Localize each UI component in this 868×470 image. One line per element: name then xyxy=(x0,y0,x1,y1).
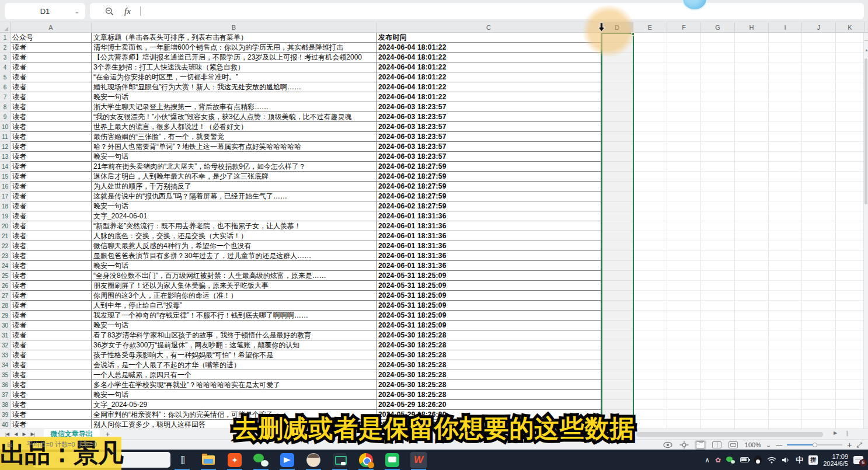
empty-cells[interactable] xyxy=(601,400,864,410)
cell-time[interactable]: 2024-06-03 18:23:57 xyxy=(377,102,601,112)
formula-input[interactable]: fx xyxy=(90,3,864,19)
cell-publisher[interactable]: 读者 xyxy=(11,92,92,102)
cell-publisher[interactable]: 读者 xyxy=(11,251,92,261)
cell-publisher[interactable]: 读者 xyxy=(11,271,92,281)
taskbar-app-green-docs[interactable] xyxy=(384,452,400,468)
horizontal-scroll-thumb[interactable] xyxy=(636,432,823,437)
cell-title[interactable]: 为人处世的顺序，千万别搞反了 xyxy=(92,182,377,192)
row-header-3[interactable]: 3 xyxy=(0,53,11,62)
row-header-13[interactable]: 13 xyxy=(0,152,11,162)
cell-publisher[interactable]: 读者 xyxy=(11,420,92,429)
scroll-split-icon[interactable]: — xyxy=(864,37,868,43)
column-header-J[interactable]: J xyxy=(802,22,836,33)
cell-time[interactable]: 2024-05-30 18:25:28 xyxy=(377,350,601,360)
row-header-2[interactable]: 2 xyxy=(0,43,11,53)
cell-title[interactable]: “我的女友很漂亮！”小伙“爆改”毁容女孩，获3亿人点赞：顶级美貌，比不过有趣灵魂 xyxy=(92,112,377,122)
empty-cells[interactable] xyxy=(601,291,864,301)
cell-time[interactable]: 2024-06-01 18:31:36 xyxy=(377,231,601,241)
empty-cells[interactable] xyxy=(601,350,864,360)
row-header-4[interactable]: 4 xyxy=(0,62,11,72)
cell-time[interactable]: 2024-06-03 18:23:57 xyxy=(377,122,601,132)
cell-title[interactable]: 朋友圈刷屏了！还以为家人集体受骗，原来关乎吃饭大事 xyxy=(92,281,377,291)
cell-title[interactable]: 显眼包爸爸表演节目有多拼？30年过去了，过儿童节的还是这群人…… xyxy=(92,251,377,261)
cell-publisher[interactable]: 读者 xyxy=(11,182,92,192)
empty-cells[interactable] xyxy=(601,172,864,182)
quick-calc-icon[interactable]: ▤ xyxy=(7,441,12,448)
row-header-14[interactable]: 14 xyxy=(0,162,11,172)
cell-time[interactable]: 2024-06-01 18:31:36 xyxy=(377,241,601,251)
cell-title[interactable]: 全网审判的“相亲资料”：你以为的完美情侣，可能是个骗子 xyxy=(92,410,377,420)
row-header-22[interactable]: 22 xyxy=(0,241,11,251)
empty-cells[interactable] xyxy=(601,152,864,162)
cell-time[interactable]: 2024-05-30 18:25:28 xyxy=(377,370,601,380)
cell-time[interactable]: 2024-05-31 18:25:09 xyxy=(377,291,601,301)
cell-publisher[interactable]: 读者 xyxy=(11,162,92,172)
cell-time[interactable]: 2024-06-03 18:23:57 xyxy=(377,142,601,152)
row-header-24[interactable]: 24 xyxy=(0,261,11,271)
cell-title[interactable]: 晚安一句话 xyxy=(92,390,377,400)
cell-title[interactable]: 我发现了一个神奇的“存钱定律”！不服不行！钱到底去哪了啊啊啊…… xyxy=(92,311,377,321)
empty-cells[interactable] xyxy=(601,261,864,271)
row-header-21[interactable]: 21 xyxy=(0,231,11,241)
empty-cells[interactable] xyxy=(601,162,864,172)
cell-time[interactable]: 2024-06-04 18:01:22 xyxy=(377,53,601,62)
empty-cells[interactable] xyxy=(601,330,864,340)
cell-time[interactable]: 2024-06-04 18:01:22 xyxy=(377,43,601,53)
empty-cells[interactable] xyxy=(601,62,864,72)
cell-title[interactable]: 晚安一句话 xyxy=(92,152,377,162)
normal-view-button[interactable] xyxy=(696,441,705,448)
row-header-9[interactable]: 9 xyxy=(0,112,11,122)
chevron-down-icon[interactable]: ⌄ xyxy=(75,8,79,15)
row-header-32[interactable]: 32 xyxy=(0,340,11,350)
row-header-8[interactable]: 8 xyxy=(0,102,11,112)
cell-time[interactable]: 2024-05-31 18:25:09 xyxy=(377,281,601,291)
empty-cells[interactable] xyxy=(601,92,864,102)
cell-time[interactable]: 2024-05-31 18:25:09 xyxy=(377,271,601,281)
cell-publisher[interactable]: 读者 xyxy=(11,132,92,142)
cell-publisher[interactable]: 读者 xyxy=(11,152,92,162)
cell-publisher[interactable]: 读者 xyxy=(11,192,92,201)
cell-title[interactable]: 文章标题（单击各表头可排序，列表右击有菜单） xyxy=(92,33,377,43)
zoom-in-button[interactable]: + xyxy=(847,440,852,450)
row-header-23[interactable]: 23 xyxy=(0,251,11,261)
column-header-H[interactable]: H xyxy=(735,22,769,33)
empty-cells[interactable] xyxy=(601,221,864,231)
column-header-E[interactable]: E xyxy=(633,22,667,33)
cell-title[interactable]: “新型养老”突然流行：既不用去养老院，也不拖累子女，让人羡慕！ xyxy=(92,221,377,231)
cell-time[interactable]: 2024-05-30 18:25:28 xyxy=(377,360,601,370)
cell-name-box[interactable]: D1 ⌄ xyxy=(5,3,85,19)
cell-time[interactable]: 2024-06-01 18:31:36 xyxy=(377,261,601,271)
row-header-12[interactable]: 12 xyxy=(0,142,11,152)
taskbar-app-wps-office[interactable]: W xyxy=(410,452,427,468)
empty-cells[interactable] xyxy=(601,182,864,192)
cell-time[interactable]: 2024-06-04 18:01:22 xyxy=(377,82,601,92)
empty-cells[interactable] xyxy=(601,122,864,132)
row-header-16[interactable]: 16 xyxy=(0,182,11,192)
sheet-grid[interactable]: 1公众号文章标题（单击各表头可排序，列表右击有菜单）发布时间2读者清华博士卖面包… xyxy=(0,33,864,429)
cell-time[interactable]: 2024-05-29 18:26:20 xyxy=(377,400,601,410)
page-layout-view-button[interactable] xyxy=(712,441,721,448)
taskbar-app-wechat[interactable] xyxy=(253,452,269,468)
row-header-35[interactable]: 35 xyxy=(0,370,11,380)
cell-publisher[interactable]: 读者 xyxy=(11,261,92,271)
cell-publisher[interactable]: 读者 xyxy=(11,231,92,241)
cell-title[interactable]: 36岁女子存款300万“提前退休”，网友吵翻：这笔账，颠覆你的认知 xyxy=(92,340,377,350)
cell-title[interactable]: 文字_2024-05-29 xyxy=(92,400,377,410)
cell-publisher[interactable]: 读者 xyxy=(11,82,92,92)
cell-title[interactable]: 微信聊天最惹人反感的4种行为，希望你一个也没有 xyxy=(92,241,377,251)
cell-publisher[interactable]: 读者 xyxy=(11,350,92,360)
cell-time[interactable]: 2024-06-03 18:23:57 xyxy=(377,132,601,142)
empty-cells[interactable] xyxy=(601,301,864,311)
cell-publisher[interactable]: 读者 xyxy=(11,390,92,400)
row-header-6[interactable]: 6 xyxy=(0,82,11,92)
cell-time[interactable]: 2024-06-03 18:23:57 xyxy=(377,112,601,122)
cell-title[interactable]: 文字_2024-06-01 xyxy=(92,211,377,221)
empty-cells[interactable] xyxy=(601,102,864,112)
cell-publisher[interactable]: 读者 xyxy=(11,72,92,82)
cell-time[interactable]: 2024-06-04 18:01:22 xyxy=(377,62,601,72)
cell-time[interactable]: 2024-06-02 18:27:59 xyxy=(377,192,601,201)
column-header-A[interactable]: A xyxy=(11,22,92,33)
cell-publisher[interactable]: 读者 xyxy=(11,221,92,231)
row-header-27[interactable]: 27 xyxy=(0,291,11,301)
cell-publisher[interactable]: 读者 xyxy=(11,370,92,380)
